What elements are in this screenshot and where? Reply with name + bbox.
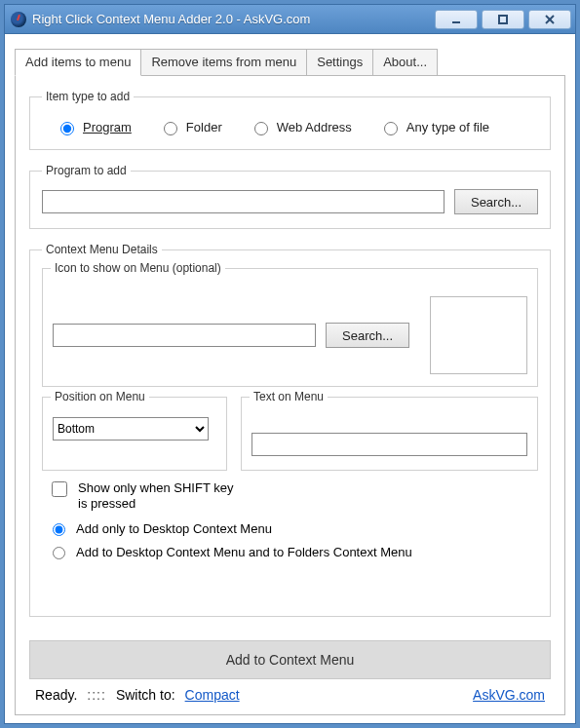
icon-search-button[interactable]: Search... xyxy=(326,323,409,348)
program-path-input[interactable] xyxy=(42,190,445,213)
group-icon: Icon to show on Menu (optional) Search..… xyxy=(42,268,538,387)
position-legend: Position on Menu xyxy=(51,390,149,403)
radio-desktop-only-input[interactable] xyxy=(53,523,65,536)
checkbox-shift-only-label: Show only when SHIFT key is pressed xyxy=(78,480,244,511)
status-separator: :::: xyxy=(87,687,106,703)
checkbox-shift-only-input[interactable] xyxy=(52,481,67,497)
radio-program[interactable]: Program xyxy=(56,119,132,135)
item-type-legend: Item type to add xyxy=(42,90,134,103)
radio-anyfile-label: Any type of file xyxy=(406,120,489,134)
radio-web-label: Web Address xyxy=(277,120,352,134)
askvg-link[interactable]: AskVG.com xyxy=(473,687,545,703)
group-program-to-add: Program to add Search... xyxy=(29,164,551,229)
radio-desktop-and-folders-label: Add to Desktop Context Menu and to Folde… xyxy=(76,545,412,559)
radio-desktop-and-folders[interactable]: Add to Desktop Context Menu and to Folde… xyxy=(48,544,538,559)
tab-bar: Add items to menu Remove items from menu… xyxy=(15,48,565,75)
app-icon xyxy=(11,12,26,27)
group-item-type: Item type to add Program Folder Web Addr… xyxy=(29,90,551,150)
tab-add-items[interactable]: Add items to menu xyxy=(15,49,141,76)
svg-rect-1 xyxy=(499,16,507,23)
radio-web-input[interactable] xyxy=(254,122,268,135)
radio-folder-input[interactable] xyxy=(164,122,177,135)
context-details-legend: Context Menu Details xyxy=(42,243,162,256)
text-on-menu-legend: Text on Menu xyxy=(250,390,328,403)
status-bar: Ready. :::: Switch to: Compact AskVG.com xyxy=(29,679,551,705)
tab-remove-items[interactable]: Remove items from menu xyxy=(140,49,307,76)
radio-folder[interactable]: Folder xyxy=(159,119,222,135)
icon-legend: Icon to show on Menu (optional) xyxy=(51,261,225,275)
radio-program-input[interactable] xyxy=(60,122,74,135)
status-switch-label: Switch to: xyxy=(116,687,175,703)
group-text-on-menu: Text on Menu xyxy=(241,397,538,471)
program-search-button[interactable]: Search... xyxy=(454,189,538,214)
window-title: Right Click Context Menu Adder 2.0 - Ask… xyxy=(32,12,435,26)
status-ready: Ready. xyxy=(35,687,77,703)
checkbox-shift-only[interactable]: Show only when SHIFT key is pressed xyxy=(48,480,538,511)
app-window: Right Click Context Menu Adder 2.0 - Ask… xyxy=(4,4,576,724)
maximize-button[interactable] xyxy=(482,10,524,29)
group-context-details: Context Menu Details Icon to show on Men… xyxy=(29,243,551,617)
icon-preview xyxy=(430,296,527,374)
window-buttons xyxy=(435,10,571,29)
position-text-row: Position on Menu Bottom Text on Menu xyxy=(42,397,538,471)
program-to-add-legend: Program to add xyxy=(42,164,131,177)
radio-desktop-only[interactable]: Add only to Desktop Context Menu xyxy=(48,520,538,536)
add-to-context-menu-button[interactable]: Add to Context Menu xyxy=(29,640,551,679)
radio-anyfile-input[interactable] xyxy=(384,122,398,135)
titlebar: Right Click Context Menu Adder 2.0 - Ask… xyxy=(5,5,575,34)
radio-folder-label: Folder xyxy=(186,120,222,134)
client-area: Add items to menu Remove items from menu… xyxy=(5,34,575,723)
group-position: Position on Menu Bottom xyxy=(42,397,227,471)
icon-path-input[interactable] xyxy=(53,324,316,347)
radio-program-label: Program xyxy=(83,120,132,134)
minimize-button[interactable] xyxy=(435,10,478,29)
tabpanel-add: Item type to add Program Folder Web Addr… xyxy=(15,75,565,715)
radio-anyfile[interactable]: Any type of file xyxy=(379,119,489,135)
tab-settings[interactable]: Settings xyxy=(306,49,373,76)
text-on-menu-input[interactable] xyxy=(251,433,527,456)
radio-desktop-only-label: Add only to Desktop Context Menu xyxy=(76,521,272,536)
close-button[interactable] xyxy=(528,10,571,29)
switch-compact-link[interactable]: Compact xyxy=(185,687,240,703)
radio-desktop-and-folders-input[interactable] xyxy=(53,547,65,559)
tab-about[interactable]: About... xyxy=(372,49,438,76)
radio-web[interactable]: Web Address xyxy=(250,119,352,135)
position-select[interactable]: Bottom xyxy=(53,417,209,441)
